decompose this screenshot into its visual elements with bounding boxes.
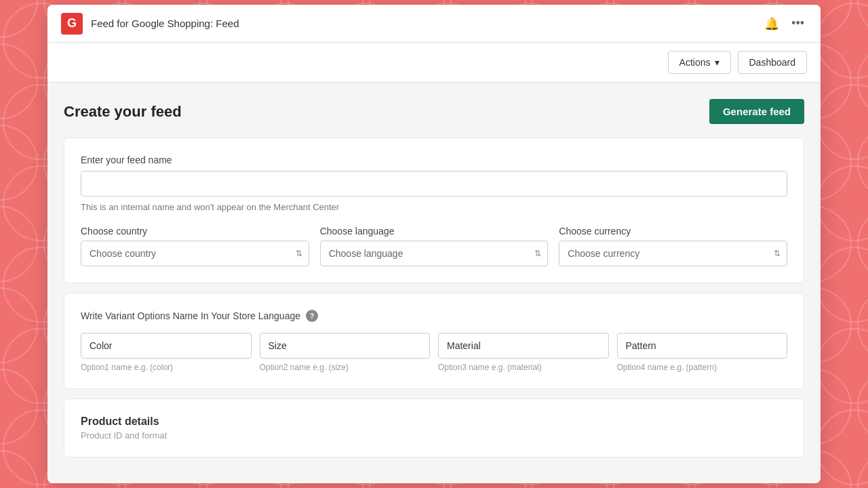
feed-name-card: Enter your feed name This is an internal… [64,138,804,283]
currency-select-group: Choose currency Choose currency [559,226,787,266]
actions-label: Actions [679,57,711,68]
language-label: Choose language [320,226,549,237]
product-details-title: Product details [81,415,787,428]
currency-select-wrapper: Choose currency [559,241,787,266]
language-select-wrapper: Choose language [320,241,549,266]
variant-input-hint-2: Option2 name e.g. (size) [260,363,431,372]
variant-title: Write Variant Options Name In Your Store… [81,310,300,321]
main-content: Create your feed Generate feed Enter you… [47,83,821,483]
topbar: G Feed for Google Shopping: Feed 🔔 ••• [47,5,821,43]
topbar-actions: 🔔 ••• [762,14,807,34]
help-icon[interactable]: ? [306,310,318,322]
variant-input-4[interactable] [617,333,788,359]
app-window: G Feed for Google Shopping: Feed 🔔 ••• A… [47,5,821,483]
page-title: Create your feed [64,103,182,121]
topbar-title: Feed for Google Shopping: Feed [91,18,762,29]
product-details-subtitle: Product ID and format [81,430,787,441]
page-header: Create your feed Generate feed [64,99,804,124]
feed-name-input[interactable] [81,171,787,197]
variant-input-hint-1: Option1 name e.g. (color) [81,363,252,372]
feed-name-hint: This is an internal name and won't appea… [81,202,787,212]
variant-input-group-2: Option2 name e.g. (size) [260,333,431,372]
app-logo: G [61,13,83,35]
chevron-down-icon: ▾ [715,57,719,68]
variant-input-3[interactable] [438,333,609,359]
variant-input-group-3: Option3 name e.g. (material) [438,333,609,372]
variant-input-hint-4: Option4 name e.g. (pattern) [617,363,788,372]
feed-name-label: Enter your feed name [81,155,787,165]
dashboard-button[interactable]: Dashboard [738,51,808,74]
language-select[interactable]: Choose language [320,241,549,266]
currency-label: Choose currency [559,226,787,237]
country-label: Choose country [81,226,309,237]
variant-input-2[interactable] [260,333,431,359]
generate-feed-button[interactable]: Generate feed [709,99,804,124]
notification-icon[interactable]: 🔔 [762,14,782,34]
variant-input-1[interactable] [81,333,252,359]
country-select-wrapper: Choose country [81,241,309,266]
actions-button[interactable]: Actions ▾ [668,51,731,74]
country-select[interactable]: Choose country [81,241,309,266]
country-select-group: Choose country Choose country [81,226,309,266]
variant-input-hint-3: Option3 name e.g. (material) [438,363,609,372]
variant-options-card: Write Variant Options Name In Your Store… [64,293,804,389]
actionbar: Actions ▾ Dashboard [47,43,821,83]
variant-header: Write Variant Options Name In Your Store… [81,310,787,322]
currency-select[interactable]: Choose currency [559,241,787,266]
language-select-group: Choose language Choose language [320,226,549,266]
variant-input-group-1: Option1 name e.g. (color) [81,333,252,372]
more-options-icon[interactable]: ••• [789,14,807,33]
variant-input-group-4: Option4 name e.g. (pattern) [617,333,788,372]
variant-inputs-row: Option1 name e.g. (color) Option2 name e… [81,333,787,372]
product-details-card: Product details Product ID and format [64,399,804,458]
selects-row: Choose country Choose country Choose lan… [81,226,787,266]
